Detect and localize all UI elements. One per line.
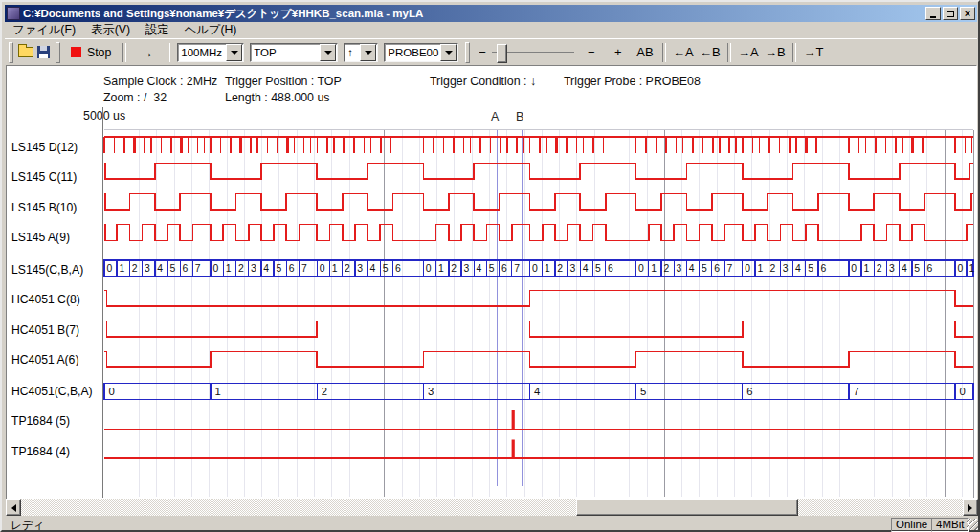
- move-cursor-a-button[interactable]: →A: [737, 42, 760, 63]
- minimize-icon: [930, 16, 936, 18]
- trigger-position-value: TOP: [251, 47, 320, 58]
- toolbar-separator: [662, 43, 666, 62]
- zoom-slider[interactable]: [492, 43, 574, 62]
- channel-label-ls145-d: LS145 D(12): [11, 140, 101, 155]
- channel-label-ls145-c: LS145 C(11): [11, 169, 101, 185]
- window-title: C:¥Documents and Settings¥noname¥デスクトップ¥…: [23, 5, 925, 22]
- info-length: Length : 488.000 us: [225, 91, 330, 104]
- arrow-left-icon: [8, 504, 16, 512]
- minimize-button[interactable]: [925, 7, 941, 20]
- chevron-down-icon[interactable]: [226, 44, 242, 61]
- channel-label-ls145-b: LS145 B(10): [11, 200, 101, 215]
- menu-item-settings[interactable]: 設定: [138, 21, 177, 39]
- channel-label-ls145-bus: LS145(C,B,A): [11, 262, 101, 277]
- save-floppy-icon: [37, 46, 50, 58]
- arrow-right-icon: [968, 504, 976, 512]
- channel-label-hc4051-c: HC4051 C(8): [11, 292, 101, 307]
- cursor-b-label[interactable]: B: [516, 110, 523, 123]
- run-button[interactable]: →: [132, 42, 161, 63]
- goto-trigger-button[interactable]: →T: [802, 42, 825, 63]
- maximize-icon: [947, 11, 954, 17]
- info-trigger-condition: Trigger Condition : ↓: [430, 75, 536, 88]
- chevron-down-icon[interactable]: [320, 44, 336, 61]
- horizontal-scrollbar[interactable]: [6, 499, 978, 516]
- app-icon: [7, 7, 20, 20]
- ab-cursors-button[interactable]: AB: [634, 42, 657, 63]
- zoom-slider-thumb[interactable]: [497, 44, 507, 63]
- menu-bar: ファイル(F)表示(V)設定ヘルプ(H): [5, 22, 977, 38]
- stop-button[interactable]: Stop: [65, 42, 117, 63]
- sample-clock-select[interactable]: 100MHz: [177, 43, 244, 62]
- chevron-down-icon[interactable]: [360, 44, 376, 61]
- channel-label-hc4051-b: HC4051 B(7): [11, 322, 101, 338]
- info-sample-clock: Sample Clock : 2MHz: [103, 75, 217, 88]
- trigger-position-select[interactable]: TOP: [250, 43, 338, 62]
- info-trigger-probe: Trigger Probe : PROBE08: [564, 75, 701, 88]
- toolbar-separator: [792, 43, 796, 62]
- status-bar: レディ Online 4MBit: [5, 518, 979, 532]
- status-message: レディ: [11, 519, 44, 532]
- scroll-left-button[interactable]: [6, 499, 21, 516]
- status-online-badge: Online: [891, 518, 932, 532]
- menu-item-view[interactable]: 表示(V): [83, 21, 138, 39]
- trigger-probe-value: PROBE00: [385, 47, 440, 58]
- ruler-scale-label: 5000 us: [83, 109, 125, 122]
- channel-label-tp1684-4: TP1684 (4): [11, 444, 101, 459]
- close-button[interactable]: ×: [960, 7, 975, 20]
- toolbar-separator: [167, 43, 170, 62]
- channel-label-tp1684-5: TP1684 (5): [11, 413, 101, 429]
- save-file-button[interactable]: [37, 42, 50, 63]
- menu-item-help[interactable]: ヘルプ(H): [177, 21, 245, 39]
- toolbar-grip[interactable]: [9, 42, 13, 63]
- cursor-a-label[interactable]: A: [491, 110, 499, 123]
- sample-clock-value: 100MHz: [178, 47, 226, 58]
- channel-label-hc4051-bus: HC4051(C,B,A): [11, 384, 101, 399]
- run-arrow-icon: →: [140, 44, 154, 60]
- chevron-down-icon[interactable]: [440, 44, 457, 61]
- application-window: C:¥Documents and Settings¥noname¥デスクトップ¥…: [0, 0, 980, 532]
- window-controls: ×: [925, 7, 975, 20]
- resize-grip-icon[interactable]: [967, 519, 978, 530]
- toolbar-separator: [727, 43, 731, 62]
- channel-label-hc4051-a: HC4051 A(6): [11, 352, 101, 367]
- zoom-in-button[interactable]: +: [607, 42, 630, 63]
- close-icon: ×: [965, 9, 970, 18]
- open-file-button[interactable]: [18, 42, 33, 63]
- trigger-probe-select[interactable]: PROBE00: [384, 43, 458, 62]
- menu-item-file[interactable]: ファイル(F): [5, 21, 83, 39]
- toolbar-grip[interactable]: [465, 42, 470, 63]
- stop-icon: [71, 47, 81, 57]
- goto-cursor-b-button[interactable]: ←B: [699, 42, 722, 63]
- channel-label-ls145-a: LS145 A(9): [11, 230, 101, 245]
- open-folder-icon: [18, 47, 33, 57]
- toolbar-separator: [122, 43, 126, 62]
- waveform-canvas: [6, 65, 977, 499]
- trigger-edge-value: ↑: [345, 47, 360, 58]
- stop-label: Stop: [87, 46, 111, 59]
- slider-minus-label: −: [479, 45, 486, 59]
- move-cursor-b-button[interactable]: →B: [764, 42, 787, 63]
- title-bar: C:¥Documents and Settings¥noname¥デスクトップ¥…: [5, 5, 977, 22]
- scroll-right-button[interactable]: [963, 499, 978, 516]
- info-trigger-position: Trigger Position : TOP: [225, 75, 342, 88]
- info-zoom: Zoom : / 32: [103, 91, 167, 104]
- toolbar: Stop → 100MHz TOP ↑ PROBE00 − − + AB: [5, 38, 977, 65]
- status-memory-badge: 4MBit: [931, 518, 969, 532]
- trigger-edge-select[interactable]: ↑: [344, 43, 378, 62]
- zoom-out-button[interactable]: −: [580, 42, 603, 63]
- goto-cursor-a-button[interactable]: ←A: [672, 42, 695, 63]
- maximize-button[interactable]: [943, 7, 958, 20]
- scrollbar-thumb[interactable]: [576, 499, 798, 516]
- toolbar-grip[interactable]: [56, 42, 60, 63]
